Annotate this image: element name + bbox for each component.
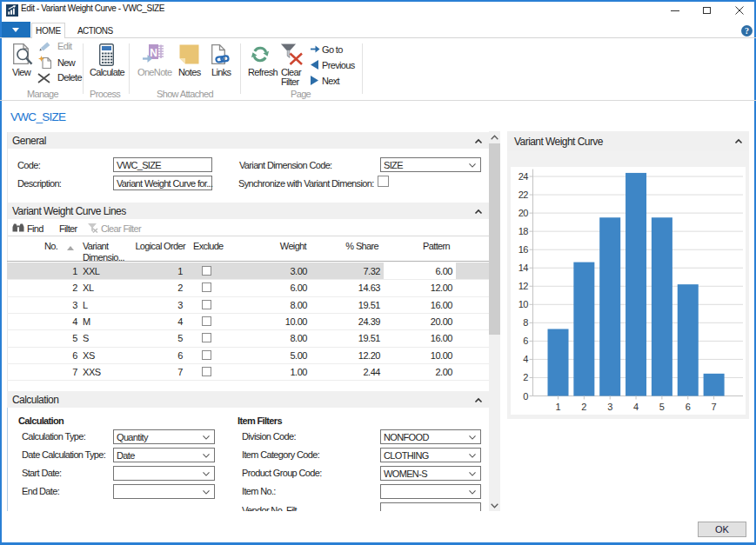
svg-text:3: 3 [607, 402, 612, 412]
svg-text:18: 18 [518, 226, 529, 236]
svg-text:24: 24 [518, 171, 529, 182]
svg-text:4: 4 [633, 402, 639, 412]
svg-text:7: 7 [712, 402, 717, 412]
svg-text:2: 2 [581, 402, 586, 412]
svg-text:0: 0 [523, 391, 528, 402]
svg-text:?: ? [745, 26, 749, 36]
svg-text:4: 4 [523, 354, 528, 364]
svg-text:8: 8 [523, 317, 528, 328]
svg-text:5: 5 [659, 402, 665, 412]
svg-text:16: 16 [518, 244, 529, 255]
svg-text:6: 6 [523, 336, 528, 346]
svg-text:2: 2 [523, 372, 528, 382]
svg-text:22: 22 [518, 189, 529, 200]
svg-text:6: 6 [686, 402, 691, 412]
svg-text:20: 20 [518, 208, 529, 218]
svg-text:14: 14 [518, 263, 529, 273]
svg-text:12: 12 [518, 281, 529, 291]
svg-text:N: N [150, 47, 157, 59]
svg-text:1: 1 [555, 402, 560, 412]
svg-text:10: 10 [518, 299, 529, 309]
